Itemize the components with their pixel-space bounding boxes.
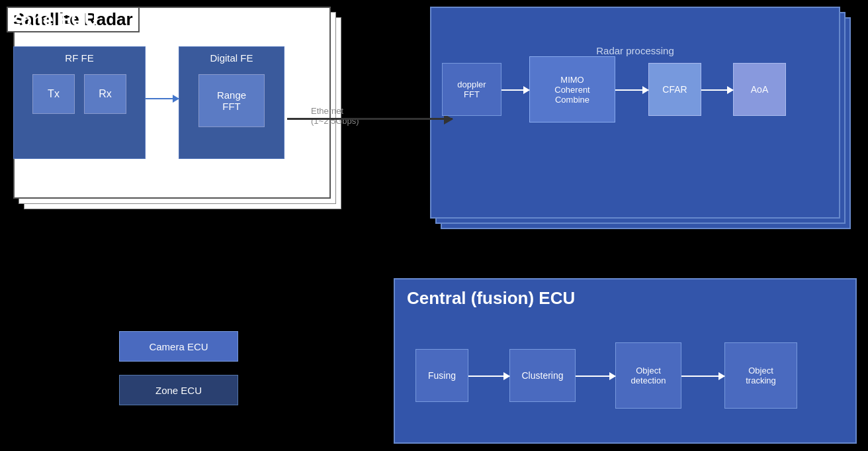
zone-ecu-title: Zone ECU: [9, 9, 98, 30]
legend-zone-ecu: Zone ECU: [119, 375, 238, 405]
rx-box: Rx: [84, 74, 126, 114]
zone-ecu-section: [430, 7, 853, 232]
diagram-container: Satellite Radar RF FE Tx Rx Digital FE R…: [0, 0, 868, 451]
object-detection-label: Objectdetection: [631, 366, 666, 385]
cfar-box: CFAR: [648, 63, 701, 116]
clustering-label: Clustering: [521, 370, 563, 381]
arrow-rf-to-digital: [146, 98, 179, 99]
central-ecu-title: Central (fusion) ECU: [407, 288, 575, 309]
digital-fe-label: Digital FE: [179, 47, 284, 68]
arrow-doppler-mimo: [501, 89, 529, 91]
doppler-label: dopplerFFT: [457, 79, 486, 99]
object-tracking-label: Objecttracking: [746, 366, 776, 385]
mimo-box: MIMOCoherentCombine: [529, 56, 615, 123]
aoa-label: AoA: [751, 84, 768, 95]
rf-fe-box: RF FE Tx Rx: [13, 46, 146, 159]
legend-camera-ecu: Camera ECU: [119, 331, 238, 362]
arrow-clustering-detection: [576, 376, 615, 377]
rf-fe-label: RF FE: [14, 47, 145, 68]
ethernet-text: Ethernet(1~2.5Gbps): [311, 106, 359, 126]
doppler-fft-box: dopplerFFT: [442, 63, 501, 116]
range-fft-label: RangeFFT: [217, 89, 246, 112]
arrow-detection-tracking: [681, 376, 724, 377]
range-fft-box: RangeFFT: [198, 74, 265, 127]
arrow-satellite-to-zone: [287, 118, 453, 120]
legend-zone-label: Zone ECU: [155, 385, 202, 396]
fusing-label: Fusing: [428, 370, 456, 381]
ethernet-label: Ethernet(1~2.5Gbps): [311, 106, 359, 126]
arrow-fusing-clustering: [468, 376, 509, 377]
cfar-label: CFAR: [662, 84, 687, 95]
tx-box: Tx: [32, 74, 75, 114]
mimo-label: MIMOCoherentCombine: [554, 75, 589, 105]
object-tracking-box: Objecttracking: [724, 342, 797, 409]
legend-camera-label: Camera ECU: [149, 341, 208, 352]
clustering-box: Clustering: [509, 349, 576, 402]
aoa-box: AoA: [733, 63, 786, 116]
fusing-box: Fusing: [415, 349, 468, 402]
object-detection-box: Objectdetection: [615, 342, 681, 409]
arrow-cfar-aoa: [701, 89, 733, 91]
radar-processing-label: Radar processing: [437, 45, 834, 56]
arrow-mimo-cfar: [615, 89, 648, 91]
digital-fe-box: Digital FE RangeFFT: [179, 46, 284, 159]
tx-rx-row: Tx Rx: [14, 74, 145, 114]
